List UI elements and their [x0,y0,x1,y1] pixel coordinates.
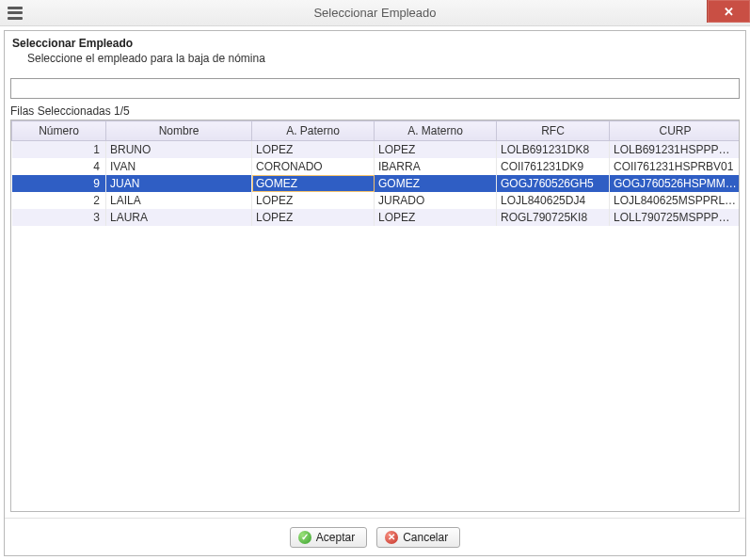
close-icon: ✕ [724,5,734,19]
table-row[interactable]: 4IVANCORONADOIBARRACOII761231DK9COII7612… [12,158,741,175]
window-title: Seleccionar Empleado [0,6,750,20]
grid-wrap: NúmeroNombreA. PaternoA. MaternoRFCCURP … [10,120,740,512]
cell-rfc[interactable]: GOGJ760526GH5 [497,175,610,192]
dialog-subtitle: Seleccione el empleado para la baja de n… [12,50,738,65]
cell-numero[interactable]: 1 [12,141,106,159]
cell-amaterno[interactable]: JURADO [375,192,497,209]
table-row[interactable]: 9JUANGOMEZGOMEZGOGJ760526GH5GOGJ760526HS… [12,175,741,192]
cell-nombre[interactable]: LAURA [106,209,252,226]
cell-apaterno[interactable]: LOPEZ [252,209,375,226]
dialog-content: Seleccionar Empleado Seleccione el emple… [4,30,746,556]
cell-numero[interactable]: 9 [12,175,106,192]
cell-curp[interactable]: GOGJ760526HSPMM… [610,175,741,192]
accept-button[interactable]: ✓ Aceptar [290,527,367,548]
titlebar: Seleccionar Empleado ✕ [0,0,750,26]
column-header[interactable]: A. Materno [375,121,497,141]
table-row[interactable]: 2LAILALOPEZJURADOLOJL840625DJ4LOJL840625… [12,192,741,209]
accept-button-label: Aceptar [316,531,355,544]
search-wrap [5,72,745,103]
cell-numero[interactable]: 3 [12,209,106,226]
cell-apaterno[interactable]: GOMEZ [252,175,375,192]
cell-curp[interactable]: LOLB691231HSPPPR00 [610,141,741,159]
rows-selected-label: Filas Seleccionadas 1/5 [5,103,745,120]
cell-rfc[interactable]: LOJL840625DJ4 [497,192,610,209]
dialog-header: Seleccionar Empleado Seleccione el emple… [5,31,745,72]
column-header[interactable]: Número [12,121,106,141]
check-icon: ✓ [298,531,311,544]
cell-nombre[interactable]: BRUNO [106,141,252,159]
employee-grid[interactable]: NúmeroNombreA. PaternoA. MaternoRFCCURP … [11,120,740,226]
cell-amaterno[interactable]: GOMEZ [375,175,497,192]
cancel-button[interactable]: ✕ Cancelar [376,527,460,548]
cell-amaterno[interactable]: LOPEZ [375,209,497,226]
cell-apaterno[interactable]: CORONADO [252,158,375,175]
column-header[interactable]: CURP [610,121,741,141]
grid-header-row: NúmeroNombreA. PaternoA. MaternoRFCCURP [12,121,741,141]
table-row[interactable]: 1BRUNOLOPEZLOPEZLOLB691231DK8LOLB691231H… [12,141,741,159]
cell-numero[interactable]: 2 [12,192,106,209]
table-row[interactable]: 3LAURALOPEZLOPEZROGL790725KI8LOLL790725M… [12,209,741,226]
cell-nombre[interactable]: IVAN [106,158,252,175]
cell-apaterno[interactable]: LOPEZ [252,141,375,159]
cell-rfc[interactable]: ROGL790725KI8 [497,209,610,226]
cell-amaterno[interactable]: LOPEZ [375,141,497,159]
cancel-icon: ✕ [385,531,398,544]
cell-rfc[interactable]: LOLB691231DK8 [497,141,610,159]
cell-nombre[interactable]: LAILA [106,192,252,209]
cell-curp[interactable]: LOLL790725MSPPPR00 [610,209,741,226]
cancel-button-label: Cancelar [403,531,448,544]
cell-numero[interactable]: 4 [12,158,106,175]
search-input[interactable] [10,78,740,99]
cell-apaterno[interactable]: LOPEZ [252,192,375,209]
cell-rfc[interactable]: COII761231DK9 [497,158,610,175]
dialog-title: Seleccionar Empleado [12,37,738,50]
column-header[interactable]: RFC [497,121,610,141]
cell-nombre[interactable]: JUAN [106,175,252,192]
column-header[interactable]: A. Paterno [252,121,375,141]
dialog-footer: ✓ Aceptar ✕ Cancelar [5,518,745,555]
cell-curp[interactable]: COII761231HSPRBV01 [610,158,741,175]
column-header[interactable]: Nombre [106,121,252,141]
close-button[interactable]: ✕ [707,0,750,23]
cell-curp[interactable]: LOJL840625MSPPRL00 [610,192,741,209]
cell-amaterno[interactable]: IBARRA [375,158,497,175]
app-icon [8,7,23,20]
